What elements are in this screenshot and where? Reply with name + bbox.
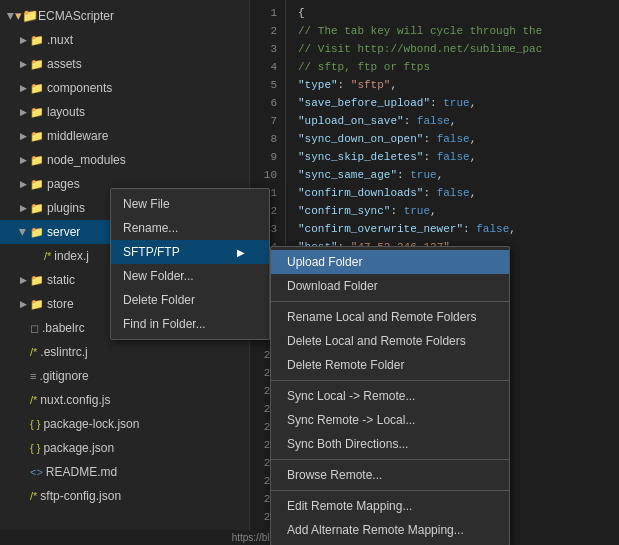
folder-arrow-icon: ▶ bbox=[18, 203, 28, 213]
item-label: package.json bbox=[43, 438, 114, 458]
submenu-item-sync-both[interactable]: Sync Both Directions... bbox=[271, 432, 509, 456]
item-label: components bbox=[47, 78, 112, 98]
item-label: .eslintrc.j bbox=[40, 342, 87, 362]
folder-icon: 📁 bbox=[30, 30, 44, 50]
item-label: .nuxt bbox=[47, 30, 73, 50]
menu-item-find-folder[interactable]: Find in Folder... bbox=[111, 312, 269, 336]
folder-icon: 📁 bbox=[30, 78, 44, 98]
submenu-item-rename-local-remote[interactable]: Rename Local and Remote Folders bbox=[271, 305, 509, 329]
sidebar-item-readme[interactable]: <> README.md bbox=[0, 460, 249, 484]
folder-icon: 📁 bbox=[30, 102, 44, 122]
sidebar-item-nuxt[interactable]: ▶ 📁 .nuxt bbox=[0, 28, 249, 52]
item-label: .babelrc bbox=[42, 318, 85, 338]
folder-icon: 📁 bbox=[30, 150, 44, 170]
submenu-separator-2 bbox=[271, 380, 509, 381]
folder-arrow-icon: ▶ bbox=[18, 155, 28, 165]
item-label: index.j bbox=[54, 246, 89, 266]
sidebar-item-package-lock[interactable]: { } package-lock.json bbox=[0, 412, 249, 436]
submenu-arrow-icon: ▶ bbox=[237, 247, 245, 258]
folder-arrow-icon: ▶ bbox=[18, 59, 28, 69]
root-label: ECMAScripter bbox=[38, 6, 114, 26]
item-label: nuxt.config.js bbox=[40, 390, 110, 410]
submenu-item-download-folder[interactable]: Download Folder bbox=[271, 274, 509, 298]
submenu-separator-1 bbox=[271, 301, 509, 302]
submenu-item-add-alternate-mapping[interactable]: Add Alternate Remote Mapping... bbox=[271, 518, 509, 542]
sidebar-item-gitignore[interactable]: ≡ .gitignore bbox=[0, 364, 249, 388]
submenu-item-sync-remote-local[interactable]: Sync Remote -> Local... bbox=[271, 408, 509, 432]
sidebar-item-assets[interactable]: ▶ 📁 assets bbox=[0, 52, 249, 76]
item-label: layouts bbox=[47, 102, 85, 122]
sidebar-item-node-modules[interactable]: ▶ 📁 node_modules bbox=[0, 148, 249, 172]
sidebar-item-eslintrc[interactable]: /* .eslintrc.j bbox=[0, 340, 249, 364]
folder-arrow-icon: ▶ bbox=[18, 131, 28, 141]
sidebar-item-middleware[interactable]: ▶ 📁 middleware bbox=[0, 124, 249, 148]
item-label: node_modules bbox=[47, 150, 126, 170]
json-file-icon: { } bbox=[30, 414, 40, 434]
submenu-item-delete-local-remote[interactable]: Delete Local and Remote Folders bbox=[271, 329, 509, 353]
submenu-item-sync-local-remote[interactable]: Sync Local -> Remote... bbox=[271, 384, 509, 408]
menu-item-delete-folder[interactable]: Delete Folder bbox=[111, 288, 269, 312]
sidebar-item-root[interactable]: ▶ ▾📁 ECMAScripter bbox=[0, 4, 249, 28]
sftp-submenu: Upload Folder Download Folder Rename Loc… bbox=[270, 246, 510, 545]
js-file-icon: /* bbox=[30, 486, 37, 506]
js-file-icon: /* bbox=[44, 246, 51, 266]
submenu-item-browse-remote[interactable]: Browse Remote... bbox=[271, 463, 509, 487]
folder-arrow-icon: ▶ bbox=[18, 275, 28, 285]
item-label: sftp-config.json bbox=[40, 486, 121, 506]
sidebar-item-nuxt-config[interactable]: /* nuxt.config.js bbox=[0, 388, 249, 412]
folder-icon: 📁 bbox=[30, 294, 44, 314]
file-icon: ≡ bbox=[30, 366, 36, 386]
submenu-item-delete-remote-folder[interactable]: Delete Remote Folder bbox=[271, 353, 509, 377]
folder-arrow-icon: ▶ bbox=[18, 179, 28, 189]
item-label: assets bbox=[47, 54, 82, 74]
folder-arrow-icon: ▶ bbox=[6, 11, 16, 21]
context-menu: New File Rename... SFTP/FTP ▶ New Folder… bbox=[110, 188, 270, 340]
menu-item-new-folder[interactable]: New Folder... bbox=[111, 264, 269, 288]
item-label: package-lock.json bbox=[43, 414, 139, 434]
menu-item-sftp[interactable]: SFTP/FTP ▶ bbox=[111, 240, 269, 264]
folder-arrow-icon: ▶ bbox=[18, 83, 28, 93]
folder-icon: 📁 bbox=[30, 198, 44, 218]
item-label: README.md bbox=[46, 462, 117, 482]
folder-arrow-icon: ▶ bbox=[18, 299, 28, 309]
item-label: middleware bbox=[47, 126, 108, 146]
sidebar-item-components[interactable]: ▶ 📁 components bbox=[0, 76, 249, 100]
submenu-item-upload-folder[interactable]: Upload Folder bbox=[271, 250, 509, 274]
item-label: plugins bbox=[47, 198, 85, 218]
item-label: static bbox=[47, 270, 75, 290]
folder-icon: 📁 bbox=[30, 174, 44, 194]
submenu-item-edit-remote-mapping[interactable]: Edit Remote Mapping... bbox=[271, 494, 509, 518]
item-label: pages bbox=[47, 174, 80, 194]
js-file-icon: /* bbox=[30, 342, 37, 362]
sidebar-item-layouts[interactable]: ▶ 📁 layouts bbox=[0, 100, 249, 124]
sidebar-item-package-json[interactable]: { } package.json bbox=[0, 436, 249, 460]
sidebar-item-sftp-config[interactable]: /* sftp-config.json bbox=[0, 484, 249, 508]
file-icon: ◻ bbox=[30, 318, 39, 338]
md-file-icon: <> bbox=[30, 462, 43, 482]
folder-arrow-icon: ▶ bbox=[18, 107, 28, 117]
folder-arrow-icon: ▶ bbox=[18, 35, 28, 45]
submenu-separator-4 bbox=[271, 490, 509, 491]
json-file-icon: { } bbox=[30, 438, 40, 458]
menu-item-new-file[interactable]: New File bbox=[111, 192, 269, 216]
item-label: store bbox=[47, 294, 74, 314]
folder-arrow-icon: ▶ bbox=[18, 227, 28, 237]
folder-icon: 📁 bbox=[30, 270, 44, 290]
menu-item-rename[interactable]: Rename... bbox=[111, 216, 269, 240]
item-label: .gitignore bbox=[39, 366, 88, 386]
folder-icon: 📁 bbox=[30, 54, 44, 74]
folder-icon: 📁 bbox=[30, 126, 44, 146]
js-file-icon: /* bbox=[30, 390, 37, 410]
item-label: server bbox=[47, 222, 80, 242]
submenu-separator-3 bbox=[271, 459, 509, 460]
